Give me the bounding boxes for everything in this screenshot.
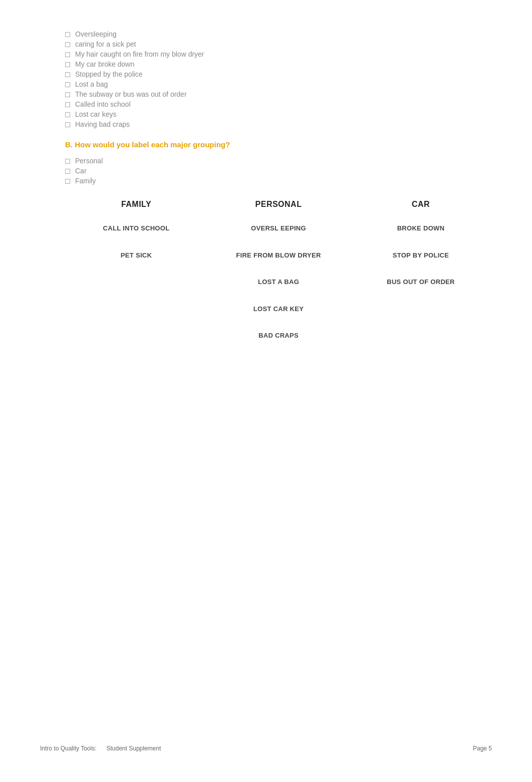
affinity-card: CALL INTO SCHOOL (103, 224, 170, 233)
list-item: Called into school (65, 100, 492, 108)
affinity-columns: FAMILYCALL INTO SCHOOLPET SICKPERSONALOV… (65, 200, 492, 358)
list-item: Having bad craps (65, 120, 492, 128)
affinity-diagram: FAMILYCALL INTO SCHOOLPET SICKPERSONALOV… (65, 200, 492, 378)
bullet-icon (65, 122, 70, 127)
affinity-col: CARBROKE DOWNSTOP BY POLICEBUS OUT OF OR… (350, 200, 492, 358)
list-item-text: The subway or bus was out of order (75, 90, 187, 98)
footer-left: Intro to Quality Tools: Student Suppleme… (40, 745, 161, 752)
affinity-card: LOST A BAG (258, 278, 299, 287)
affinity-card: PET SICK (121, 251, 152, 260)
section-b-heading: B. How would you label each major groupi… (65, 140, 492, 149)
list-item: The subway or bus was out of order (65, 90, 492, 98)
bullet-icon (65, 159, 70, 164)
bullet-icon (65, 82, 70, 87)
affinity-card: BUS OUT OF ORDER (387, 278, 455, 287)
list-item-text: Personal (75, 157, 103, 165)
affinity-col: FAMILYCALL INTO SCHOOLPET SICK (65, 200, 207, 358)
page-footer: Intro to Quality Tools: Student Suppleme… (40, 745, 492, 752)
bullet-icon (65, 179, 70, 184)
affinity-card: BROKE DOWN (397, 224, 445, 233)
list-item: Lost a bag (65, 80, 492, 88)
list-item-text: My hair caught on fire from my blow drye… (75, 50, 204, 58)
col-header: CAR (412, 200, 430, 209)
footer-title: Intro to Quality Tools: (40, 745, 97, 752)
bullet-icon (65, 32, 70, 37)
affinity-col: PERSONALOVERSL EEPINGFIRE FROM BLOW DRYE… (207, 200, 350, 358)
list-item: My hair caught on fire from my blow drye… (65, 50, 492, 58)
bullet-icon (65, 169, 70, 174)
section-b-list: PersonalCarFamily (65, 157, 492, 185)
list-item: My car broke down (65, 60, 492, 68)
list-item-text: My car broke down (75, 60, 134, 68)
bullet-icon (65, 92, 70, 97)
affinity-card: FIRE FROM BLOW DRYER (236, 251, 321, 260)
bullet-icon (65, 102, 70, 107)
section-a-list: Oversleepingcaring for a sick petMy hair… (65, 30, 492, 128)
list-item: Oversleeping (65, 30, 492, 38)
bullet-icon (65, 72, 70, 77)
page-content: Oversleepingcaring for a sick petMy hair… (0, 0, 532, 398)
list-item-text: Lost a bag (75, 80, 108, 88)
list-item: caring for a sick pet (65, 40, 492, 48)
list-item-text: Having bad craps (75, 120, 130, 128)
affinity-card: BAD CRAPS (258, 331, 299, 340)
list-item-text: Family (75, 177, 96, 185)
bullet-icon (65, 42, 70, 47)
list-item-text: Car (75, 167, 87, 175)
affinity-card: STOP BY POLICE (393, 251, 449, 260)
list-item-text: caring for a sick pet (75, 40, 136, 48)
list-item-text: Called into school (75, 100, 131, 108)
list-item-text: Lost car keys (75, 110, 116, 118)
footer-subtitle: Student Supplement (107, 745, 161, 752)
affinity-card: LOST CAR KEY (253, 305, 304, 314)
bullet-icon (65, 62, 70, 67)
list-item: Car (65, 167, 492, 175)
list-item: Lost car keys (65, 110, 492, 118)
footer-page: Page 5 (473, 745, 492, 752)
col-header: FAMILY (121, 200, 151, 209)
bullet-icon (65, 52, 70, 57)
list-item: Personal (65, 157, 492, 165)
affinity-card: OVERSL EEPING (251, 224, 306, 233)
list-item-text: Stopped by the police (75, 70, 143, 78)
list-item: Stopped by the police (65, 70, 492, 78)
list-item-text: Oversleeping (75, 30, 117, 38)
bullet-icon (65, 112, 70, 117)
col-header: PERSONAL (255, 200, 302, 209)
list-item: Family (65, 177, 492, 185)
